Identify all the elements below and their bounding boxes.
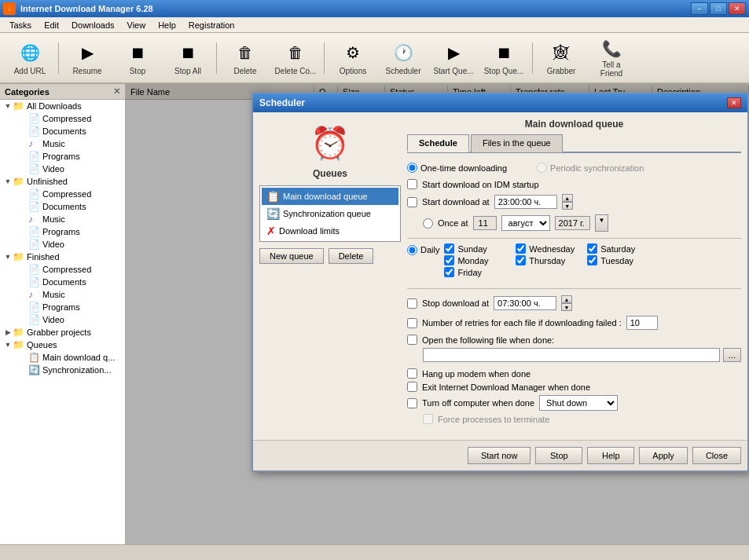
sidebar-item-music-3[interactable]: ♪ Music: [0, 288, 125, 301]
sidebar-item-video-3[interactable]: 📄 Video: [0, 313, 125, 326]
apply-button[interactable]: Apply: [639, 447, 688, 464]
sidebar-item-documents-2[interactable]: 📄 Documents: [0, 200, 125, 213]
sidebar-item-queues[interactable]: ▼ 📁 Queues: [0, 339, 125, 351]
monday-option[interactable]: Monday: [444, 255, 503, 265]
retries-input[interactable]: [626, 316, 658, 330]
thursday-option[interactable]: Thursday: [516, 255, 575, 265]
sidebar-item-programs-1[interactable]: 📄 Programs: [0, 150, 125, 163]
menu-help[interactable]: Help: [152, 19, 182, 31]
once-year-input[interactable]: [555, 216, 590, 230]
sidebar-item-unfinished[interactable]: ▼ 📁 Unfinished: [0, 175, 125, 188]
toolbar-start-queue[interactable]: ▶ Start Que...: [430, 36, 477, 80]
turnoff-checkbox[interactable]: [407, 398, 417, 408]
toolbar-stop-queue[interactable]: ⏹ Stop Que...: [480, 36, 527, 80]
sidebar-item-documents-1[interactable]: 📄 Documents: [0, 125, 125, 137]
wednesday-checkbox[interactable]: [516, 243, 526, 254]
wednesday-option[interactable]: Wednesday: [516, 243, 575, 254]
help-button[interactable]: Help: [587, 447, 634, 464]
close-button[interactable]: Close: [692, 447, 741, 464]
periodic-radio[interactable]: [537, 163, 547, 173]
sidebar-item-documents-3[interactable]: 📄 Documents: [0, 276, 125, 288]
sidebar-item-compressed-3[interactable]: 📄 Compressed: [0, 263, 125, 276]
sidebar-item-finished[interactable]: ▼ 📁 Finished: [0, 251, 125, 263]
menu-tasks[interactable]: Tasks: [3, 19, 38, 31]
stop-time-input[interactable]: [494, 296, 556, 310]
menu-registration[interactable]: Registration: [182, 19, 241, 31]
sidebar-item-sync-queue[interactable]: 🔄 Synchronization...: [0, 364, 125, 376]
queue-item-sync[interactable]: 🔄 Synchronization queue: [262, 205, 398, 222]
saturday-checkbox[interactable]: [587, 243, 597, 254]
sidebar-item-music-2[interactable]: ♪ Music: [0, 213, 125, 225]
start-time-up[interactable]: ▲: [562, 194, 573, 202]
maximize-button[interactable]: □: [710, 2, 727, 15]
open-file-path-input[interactable]: [423, 348, 720, 362]
stop-at-checkbox[interactable]: [407, 298, 417, 309]
once-at-radio[interactable]: [423, 218, 433, 229]
one-time-radio[interactable]: [407, 163, 417, 173]
monday-checkbox[interactable]: [444, 255, 454, 265]
startup-checkbox[interactable]: [407, 179, 417, 189]
toolbar-options[interactable]: ⚙ Options: [329, 36, 376, 80]
open-file-checkbox[interactable]: [407, 335, 417, 345]
menu-edit[interactable]: Edit: [38, 19, 65, 31]
tuesday-checkbox[interactable]: [587, 255, 597, 265]
saturday-option[interactable]: Saturday: [587, 243, 646, 254]
start-time-down[interactable]: ▼: [562, 202, 573, 210]
toolbar-resume[interactable]: ▶ Resume: [64, 36, 111, 80]
sidebar-item-compressed-2[interactable]: 📄 Compressed: [0, 188, 125, 200]
exit-checkbox[interactable]: [407, 382, 417, 392]
start-time-input[interactable]: [494, 195, 557, 209]
new-queue-button[interactable]: New queue: [259, 248, 324, 264]
delete-queue-button[interactable]: Delete: [329, 248, 374, 264]
start-at-checkbox[interactable]: [407, 197, 417, 207]
hangup-checkbox[interactable]: [407, 368, 417, 379]
toolbar-grabber[interactable]: 🕸 Grabber: [538, 36, 585, 80]
daily-option[interactable]: Daily: [407, 243, 439, 255]
sidebar-item-music-1[interactable]: ♪ Music: [0, 137, 125, 150]
retries-checkbox[interactable]: [407, 318, 417, 328]
toolbar-tell-friend[interactable]: 📞 Tell a Friend: [588, 36, 635, 80]
menu-downloads[interactable]: Downloads: [65, 19, 120, 31]
browse-button[interactable]: ...: [723, 348, 741, 362]
stop-button[interactable]: Stop: [535, 447, 582, 464]
queue-item-main[interactable]: 📋 Main download queue: [262, 188, 398, 205]
thursday-checkbox[interactable]: [516, 255, 526, 265]
queue-item-limits[interactable]: ✗ Download limits: [262, 222, 398, 240]
one-time-option[interactable]: One-time downloading: [407, 163, 507, 173]
tab-schedule[interactable]: Schedule: [407, 134, 469, 152]
force-checkbox[interactable]: [423, 414, 433, 424]
once-day-input[interactable]: [473, 216, 497, 230]
app-close-button[interactable]: ✕: [729, 2, 746, 15]
friday-option[interactable]: Friday: [444, 267, 503, 277]
stop-time-down[interactable]: ▼: [561, 303, 572, 311]
once-calendar-button[interactable]: ▼: [595, 214, 609, 232]
dialog-close-button[interactable]: ✕: [727, 97, 741, 108]
toolbar-stop[interactable]: ⏹ Stop: [114, 36, 161, 80]
toolbar-add-url[interactable]: 🌐 Add URL: [6, 36, 53, 80]
menu-view[interactable]: View: [121, 19, 152, 31]
toolbar-delete-co[interactable]: 🗑 Delete Co...: [272, 36, 319, 80]
toolbar-scheduler[interactable]: 🕐 Scheduler: [380, 36, 427, 80]
sidebar-item-grabber[interactable]: ▶ 📁 Grabber projects: [0, 326, 125, 339]
start-now-button[interactable]: Start now: [468, 447, 531, 464]
sunday-checkbox[interactable]: [444, 243, 454, 254]
shutdown-select[interactable]: Shut down Hibernate Sleep Log off: [539, 395, 618, 411]
minimize-button[interactable]: −: [691, 2, 708, 15]
stop-time-up[interactable]: ▲: [561, 295, 572, 303]
periodic-option[interactable]: Periodic synchronization: [537, 163, 644, 173]
friday-checkbox[interactable]: [444, 267, 454, 277]
once-month-select[interactable]: август: [501, 215, 550, 231]
tuesday-option[interactable]: Tuesday: [587, 255, 646, 265]
toolbar-delete[interactable]: 🗑 Delete: [222, 36, 269, 80]
toolbar-stop-all[interactable]: ⏹ Stop All: [164, 36, 211, 80]
sidebar-item-programs-2[interactable]: 📄 Programs: [0, 225, 125, 238]
sidebar-close-button[interactable]: ✕: [113, 86, 120, 97]
sidebar-item-compressed-1[interactable]: 📄 Compressed: [0, 112, 125, 125]
sidebar-item-video-1[interactable]: 📄 Video: [0, 163, 125, 175]
sidebar-item-programs-3[interactable]: 📄 Programs: [0, 301, 125, 313]
sidebar-item-all-downloads[interactable]: ▼ 📁 All Downloads: [0, 100, 125, 112]
sidebar-item-video-2[interactable]: 📄 Video: [0, 238, 125, 251]
sidebar-item-main-queue[interactable]: 📋 Main download q...: [0, 351, 125, 364]
daily-radio[interactable]: [407, 245, 417, 255]
sunday-option[interactable]: Sunday: [444, 243, 503, 254]
